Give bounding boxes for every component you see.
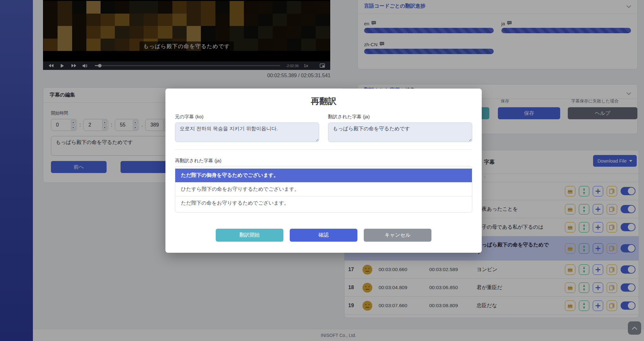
- translated-subtitle-textarea[interactable]: もっぱら殿下の命を守るためです: [328, 122, 472, 142]
- cancel-button[interactable]: キャンセル: [364, 229, 431, 242]
- start-translation-button[interactable]: 翻訳開始: [216, 229, 283, 242]
- source-subtitle-textarea[interactable]: 오로지 전하의 목숨을 지키기 위함이옵니다.: [175, 122, 319, 142]
- modal-title: 再翻訳: [175, 96, 472, 107]
- resize-handle-icon[interactable]: [468, 138, 471, 141]
- retranslate-modal: 再翻訳 元の字幕 (ko) 오로지 전하의 목숨을 지키기 위함이옵니다. 翻訳…: [165, 89, 482, 253]
- retranslated-subtitle-label: 再翻訳された字幕 (ja): [175, 158, 472, 164]
- retranslation-options-list: ただ陛下の御身を守るためでございます。ひたすら陛下の命をお守りするためでございま…: [175, 166, 472, 213]
- modal-divider: [175, 149, 472, 150]
- app-window: もっぱら殿下の命を守るためです -2:02:36 1x: [0, 0, 644, 341]
- translated-subtitle-text: もっぱら殿下の命を守るためです: [333, 126, 410, 131]
- confirm-button[interactable]: 確認: [290, 229, 357, 242]
- source-subtitle-label: 元の字幕 (ko): [175, 114, 319, 120]
- retranslation-option-selected[interactable]: ただ陛下の御身を守るためでございます。: [175, 169, 472, 182]
- resize-handle-icon[interactable]: [315, 138, 318, 141]
- retranslation-option[interactable]: ただ陛下の命をお守りするためでございます。: [175, 196, 472, 210]
- retranslation-option[interactable]: ひたすら陛下の命をお守りするためでございます。: [175, 182, 472, 196]
- source-subtitle-text: 오로지 전하의 목숨을 지키기 위함이옵니다.: [180, 126, 278, 131]
- translated-subtitle-label: 翻訳された字幕 (ja): [328, 114, 472, 120]
